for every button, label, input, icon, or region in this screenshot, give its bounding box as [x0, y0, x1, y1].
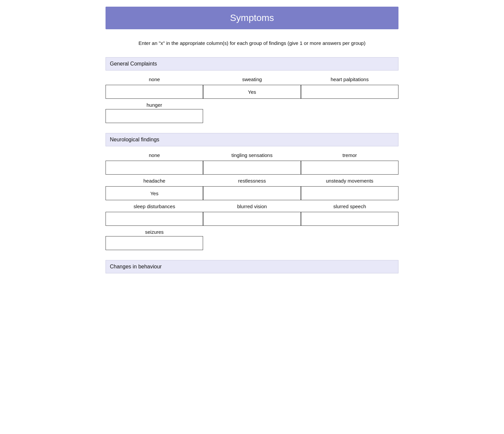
label-row-nf-3: sleep disturbances blurred vision slurre…: [106, 202, 398, 211]
input-seizures[interactable]: [106, 236, 203, 250]
instructions: Enter an "x" in the appropriate column(s…: [119, 39, 385, 47]
label-hunger: hunger: [106, 101, 203, 109]
label-tingling-sensations: tingling sensations: [203, 151, 301, 159]
input-tremor[interactable]: [301, 161, 398, 175]
input-sleep-disturbances[interactable]: [106, 212, 203, 226]
section-header-changes-in-behaviour: Changes in behaviour: [106, 260, 398, 273]
input-slurred-speech[interactable]: [301, 212, 398, 226]
input-headache[interactable]: Yes: [106, 186, 203, 200]
single-col-hunger: hunger: [106, 101, 398, 123]
input-hunger[interactable]: [106, 109, 203, 123]
input-blurred-vision[interactable]: [203, 212, 301, 226]
section-header-general-complaints: General Complaints: [106, 57, 398, 71]
input-row-gc-1: Yes: [106, 85, 398, 99]
section-neurological-findings: Neurological findings none tingling sens…: [106, 133, 398, 250]
input-heart-palpitations[interactable]: [301, 85, 398, 99]
label-row-gc-1: none sweating heart palpitations: [106, 75, 398, 83]
label-sleep-disturbances: sleep disturbances: [106, 202, 203, 211]
label-seizures: seizures: [106, 228, 203, 236]
input-sweating[interactable]: Yes: [203, 85, 301, 99]
label-blurred-vision: blurred vision: [203, 202, 301, 211]
input-row-nf-3: [106, 212, 398, 226]
input-row-nf-2: Yes: [106, 186, 398, 200]
section-general-complaints: General Complaints none sweating heart p…: [106, 57, 398, 123]
label-slurred-speech: slurred speech: [301, 202, 398, 211]
section-header-neurological: Neurological findings: [106, 133, 398, 146]
input-unsteady-movements[interactable]: [301, 186, 398, 200]
label-none-gc: none: [106, 75, 203, 83]
label-sweating: sweating: [203, 75, 301, 83]
label-heart-palpitations: heart palpitations: [301, 75, 398, 83]
input-none-nf[interactable]: [106, 161, 203, 175]
label-row-nf-1: none tingling sensations tremor: [106, 151, 398, 159]
label-restlessness: restlessness: [203, 177, 301, 185]
label-none-nf: none: [106, 151, 203, 159]
label-headache: headache: [106, 177, 203, 185]
label-tremor: tremor: [301, 151, 398, 159]
input-none-gc[interactable]: [106, 85, 203, 99]
input-row-nf-1: [106, 161, 398, 175]
label-row-nf-2: headache restlessness unsteady movements: [106, 177, 398, 185]
input-tingling-sensations[interactable]: [203, 161, 301, 175]
title-banner: Symptoms: [106, 7, 398, 29]
single-col-seizures: seizures: [106, 228, 398, 250]
page-wrapper: Symptoms Enter an "x" in the appropriate…: [92, 7, 412, 273]
input-restlessness[interactable]: [203, 186, 301, 200]
label-unsteady-movements: unsteady movements: [301, 177, 398, 185]
